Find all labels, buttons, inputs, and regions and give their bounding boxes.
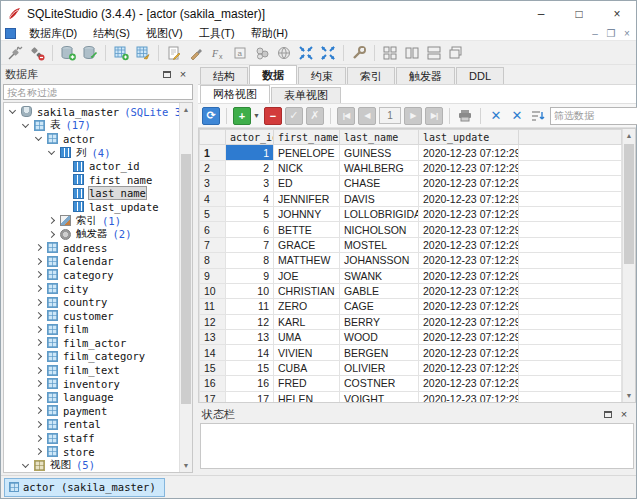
cell-first_name[interactable]: MATTHEW <box>274 253 340 268</box>
tab-5[interactable]: DDL <box>456 67 504 84</box>
subtab-0[interactable]: 网格视图 <box>200 85 270 103</box>
maximize-button[interactable]: □ <box>560 1 598 26</box>
cell-last_name[interactable]: MOSTEL <box>340 237 419 252</box>
close-button[interactable]: × <box>598 1 636 26</box>
tree-item-film_category[interactable]: film_category <box>4 350 179 364</box>
print-icon[interactable] <box>456 107 474 125</box>
expander-closed-icon[interactable] <box>35 353 42 360</box>
cell-first_name[interactable]: ZERO <box>274 299 340 314</box>
column-header-actor_id[interactable]: actor_id <box>226 130 274 145</box>
import-icon[interactable] <box>252 43 272 63</box>
menu-item-1[interactable]: 结构(S) <box>85 26 138 41</box>
column-header-first_name[interactable]: first_name <box>274 130 340 145</box>
cell-first_name[interactable]: FRED <box>274 376 340 391</box>
cell-last_update[interactable]: 2020-12-23 07:12:29 <box>419 206 519 221</box>
row-number[interactable]: 10 <box>200 283 226 298</box>
cell-first_name[interactable]: NICK <box>274 160 340 175</box>
mdi-split-vertical-icon[interactable] <box>402 43 422 63</box>
row-number[interactable]: 1 <box>200 145 226 160</box>
cell-last_name[interactable]: CHASE <box>340 176 419 191</box>
subtab-1[interactable]: 表单视图 <box>271 87 341 103</box>
tree-item-表[interactable]: 表(17) <box>4 119 179 133</box>
commit-icon[interactable]: ✓ <box>285 107 303 125</box>
row-number[interactable]: 17 <box>200 391 226 402</box>
cell-last_update[interactable]: 2020-12-23 07:12:29 <box>419 345 519 360</box>
cell-last_update[interactable]: 2020-12-23 07:12:29 <box>419 299 519 314</box>
row-number[interactable]: 4 <box>200 191 226 206</box>
cell-first_name[interactable]: BETTE <box>274 222 340 237</box>
minimize-button[interactable]: – <box>522 1 560 26</box>
insert-row-caret-icon[interactable]: ▼ <box>253 112 260 119</box>
last-row-icon[interactable]: ▶| <box>425 107 443 125</box>
cell-last_update[interactable]: 2020-12-23 07:12:29 <box>419 283 519 298</box>
cell-actor_id[interactable]: 15 <box>226 360 274 375</box>
cell-first_name[interactable]: CHRISTIAN <box>274 283 340 298</box>
cell-last_update[interactable]: 2020-12-23 07:12:29 <box>419 360 519 375</box>
expander-closed-icon[interactable] <box>35 394 42 401</box>
expander-closed-icon[interactable] <box>35 421 42 428</box>
mdi-split-horizontal-icon[interactable] <box>424 43 444 63</box>
cell-last_name[interactable]: BERGEN <box>340 345 419 360</box>
column-header-last_name[interactable]: last_name <box>340 130 419 145</box>
tree-item-payment[interactable]: payment <box>4 404 179 418</box>
disconnect-database-icon[interactable] <box>27 43 47 63</box>
expander-closed-icon[interactable] <box>35 339 42 346</box>
expander-closed-icon[interactable] <box>35 367 42 374</box>
functions-editor-icon[interactable]: Fx <box>208 43 228 63</box>
cell-last_name[interactable]: NICHOLSON <box>340 222 419 237</box>
expand-windows-icon[interactable] <box>318 43 338 63</box>
dock-close-icon[interactable]: × <box>175 67 191 81</box>
tree-item-last_update[interactable]: last_update <box>4 200 179 214</box>
cell-actor_id[interactable]: 13 <box>226 330 274 345</box>
cell-actor_id[interactable]: 14 <box>226 345 274 360</box>
tab-0[interactable]: 结构 <box>200 67 248 84</box>
cell-actor_id[interactable]: 16 <box>226 376 274 391</box>
new-table-icon[interactable] <box>111 43 131 63</box>
taskbar-item-0[interactable]: actor (sakila_master) <box>4 478 165 497</box>
expander-open-icon[interactable] <box>22 461 29 468</box>
cell-last_update[interactable]: 2020-12-23 07:12:29 <box>419 314 519 329</box>
expander-closed-icon[interactable] <box>48 231 55 238</box>
menu-item-2[interactable]: 视图(V) <box>138 26 191 41</box>
prev-row-icon[interactable]: ◀ <box>358 107 376 125</box>
cell-actor_id[interactable]: 7 <box>226 237 274 252</box>
tree-item-film[interactable]: film <box>4 323 179 337</box>
tree-item-first_name[interactable]: first_name <box>4 173 179 187</box>
cell-actor_id[interactable]: 3 <box>226 176 274 191</box>
tree-scrollbar[interactable]: ▲ ▼ <box>179 103 192 472</box>
row-number[interactable]: 8 <box>200 253 226 268</box>
tree-item-索引[interactable]: 索引(1) <box>4 214 179 228</box>
expander-closed-icon[interactable] <box>35 299 42 306</box>
first-row-icon[interactable]: |◀ <box>337 107 355 125</box>
data-filter-input[interactable] <box>550 107 637 125</box>
row-number[interactable]: 11 <box>200 299 226 314</box>
tree-filter-input[interactable] <box>3 84 193 100</box>
mdi-child-window-icon[interactable] <box>5 28 16 39</box>
add-database-icon[interactable] <box>58 43 78 63</box>
row-number[interactable]: 9 <box>200 268 226 283</box>
tree-item-language[interactable]: language <box>4 390 179 404</box>
tree-item-category[interactable]: category <box>4 268 179 282</box>
cell-last_update[interactable]: 2020-12-23 07:12:29 <box>419 222 519 237</box>
import-table-icon[interactable] <box>133 43 153 63</box>
cell-first_name[interactable]: GRACE <box>274 237 340 252</box>
mdi-minimize-button[interactable]: – <box>588 28 604 39</box>
expander-closed-icon[interactable] <box>35 312 42 319</box>
cell-first_name[interactable]: PENELOPE <box>274 145 340 160</box>
expander-closed-icon[interactable] <box>35 407 42 414</box>
ddl-history-icon[interactable] <box>186 43 206 63</box>
expander-open-icon[interactable] <box>22 121 29 128</box>
cell-last_update[interactable]: 2020-12-23 07:12:29 <box>419 268 519 283</box>
expander-closed-icon[interactable] <box>35 380 42 387</box>
cell-last_update[interactable]: 2020-12-23 07:12:29 <box>419 391 519 402</box>
expander-closed-icon[interactable] <box>35 258 42 265</box>
tree-item-Calendar[interactable]: Calendar <box>4 255 179 269</box>
cell-first_name[interactable]: UMA <box>274 330 340 345</box>
cell-last_name[interactable]: LOLLOBRIGIDA <box>340 206 419 221</box>
cell-first_name[interactable]: KARL <box>274 314 340 329</box>
cell-first_name[interactable]: JOHNNY <box>274 206 340 221</box>
rollback-icon[interactable]: ✗ <box>306 107 324 125</box>
expander-closed-icon[interactable] <box>48 217 55 224</box>
dock-float-icon[interactable] <box>159 67 175 81</box>
expander-closed-icon[interactable] <box>35 435 42 442</box>
